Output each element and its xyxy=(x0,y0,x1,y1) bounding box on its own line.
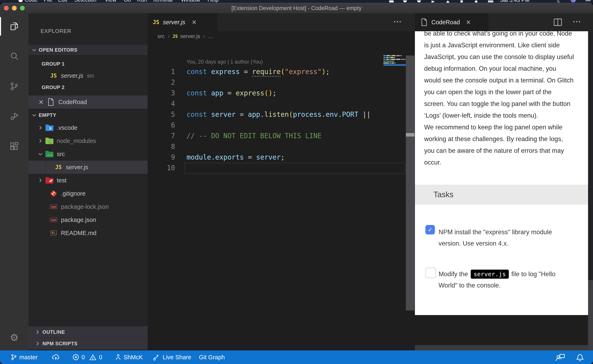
git-graph-status[interactable]: Git Graph xyxy=(199,351,225,364)
group-label: GROUP 2 xyxy=(42,84,65,90)
task-2-text: Modify the server.js file to log "Hello xyxy=(439,268,555,280)
tree-item-label: README.md xyxy=(61,230,96,236)
line-number: 10 xyxy=(148,163,175,173)
menubar-status-icon xyxy=(460,0,463,3)
code-line-8[interactable]: 8 xyxy=(148,141,403,152)
panel-actions-ellipsis-icon[interactable]: ··· xyxy=(573,18,581,26)
run-debug-icon[interactable] xyxy=(0,106,28,126)
tree-item-.gitignore[interactable]: .gitignore xyxy=(28,187,148,200)
source-control-icon[interactable] xyxy=(0,77,28,96)
tree-item-src[interactable]: </>src xyxy=(28,147,148,161)
menu-item-view[interactable]: View xyxy=(105,0,116,3)
tree-item-.vscode[interactable]: .vscode xyxy=(28,121,148,134)
webview-text-line: is just a JavaScript environment. Like c… xyxy=(424,39,583,51)
tree-item-README.md[interactable]: M↓README.md xyxy=(28,227,148,240)
extensions-icon[interactable] xyxy=(0,136,28,156)
tree-item-server.js[interactable]: JSserver.js xyxy=(28,161,148,174)
close-icon[interactable]: × xyxy=(466,18,471,26)
task-checkbox-1[interactable]: ✓ xyxy=(425,225,435,234)
menu-item-terminal[interactable]: Terminal xyxy=(152,0,173,3)
split-editor-icon[interactable] xyxy=(553,18,562,26)
code-text: // -- DO NOT EDIT BELOW THIS LINE xyxy=(187,130,322,141)
section-label: NPM SCRIPTS xyxy=(42,341,78,346)
menu-item-window[interactable]: Window xyxy=(181,0,200,3)
tab-coderoad[interactable]: CodeRoad × xyxy=(415,13,488,31)
user-status[interactable]: ShMcK xyxy=(115,351,143,364)
section-open-editors[interactable]: OPEN EDITORS xyxy=(28,45,148,55)
menubar-status-icon xyxy=(488,0,493,2)
chevron-down-icon xyxy=(31,112,37,118)
files-icon[interactable] xyxy=(0,16,28,36)
webview-scrollbar-thumb[interactable] xyxy=(588,31,593,280)
tree-item-test[interactable]: test xyxy=(28,174,148,187)
code-line-6[interactable]: 6 xyxy=(148,120,403,130)
apple-menu-icon[interactable] xyxy=(19,0,23,2)
editor-scrollbar-thumb[interactable] xyxy=(406,133,414,136)
codelens-annotation[interactable]: You, 20 days ago | 1 author (You) xyxy=(187,57,263,66)
menu-item-selection[interactable]: Selection xyxy=(74,0,96,3)
code-line-5[interactable]: 5const server = app.listen(process.env.P… xyxy=(148,109,403,120)
code-line-4[interactable]: 4 xyxy=(148,98,403,109)
task-checkbox-2[interactable] xyxy=(425,267,436,278)
spotlight-search-icon[interactable] xyxy=(556,0,561,3)
editor-group-1[interactable]: JS server.js × ··· src › JS server.js › … xyxy=(148,13,415,351)
menu-item-file[interactable]: File xyxy=(44,0,53,3)
section-outline[interactable]: OUTLINE xyxy=(28,326,148,338)
tree-item-package-lock.json[interactable]: npmpackage-lock.json xyxy=(28,200,148,213)
minimap-line xyxy=(383,57,395,58)
live-share-status[interactable]: Live Share xyxy=(153,351,191,364)
code-line-3[interactable]: 3const app = express(); xyxy=(148,88,403,98)
webview-text-line: ‘Logs’ (lower-left, inside the tools men… xyxy=(424,110,583,121)
activity-bar: ⚙ xyxy=(0,13,28,351)
git-branch-status[interactable]: master xyxy=(11,351,38,364)
code-line-2[interactable]: 2 xyxy=(148,77,403,88)
code-line-1[interactable]: 1const express = require("express"); xyxy=(148,66,403,77)
control-center-icon[interactable] xyxy=(586,0,591,3)
feedback-icon[interactable] xyxy=(555,351,566,364)
open-editor-CodeRoad[interactable]: ×CodeRoad xyxy=(28,95,148,109)
tree-item-node_modules[interactable]: JSnode_modules xyxy=(28,134,148,147)
sync-icon[interactable] xyxy=(52,351,60,364)
code-line-9[interactable]: 9module.exports = server; xyxy=(148,152,403,163)
tree-item-label: src xyxy=(57,151,65,157)
code-line-7[interactable]: 7// -- DO NOT EDIT BELOW THIS LINE xyxy=(148,130,403,141)
menu-item-edit[interactable]: Edit xyxy=(58,0,67,3)
close-icon[interactable]: × xyxy=(192,18,196,26)
minimap[interactable] xyxy=(383,55,406,72)
tab-server-js[interactable]: JS server.js × xyxy=(148,13,218,31)
close-icon[interactable]: × xyxy=(39,98,43,106)
problems-status[interactable]: 0 0 xyxy=(73,351,102,364)
menu-item-code[interactable]: Code xyxy=(25,0,38,3)
code-text: module.exports = server; xyxy=(187,152,285,163)
webview-text-line: We recommend to keep the log panel open … xyxy=(424,121,583,133)
menu-item-go[interactable]: Go xyxy=(124,0,131,3)
notifications-bell-icon[interactable] xyxy=(575,351,585,364)
webview-text-line: occur. xyxy=(424,156,583,168)
line-number: 4 xyxy=(148,98,175,109)
tab-title: server.js xyxy=(163,19,185,26)
panel-footer xyxy=(415,345,593,351)
menu-item-help[interactable]: Help xyxy=(207,0,219,3)
breadcrumb-file[interactable]: server.js xyxy=(180,33,200,39)
breadcrumb[interactable]: src › JS server.js › … xyxy=(158,31,213,41)
menubar-clock[interactable]: Sat 5:43 PM xyxy=(500,0,529,3)
section-empty-workspace[interactable]: EMPTY xyxy=(28,109,148,121)
minimap-line xyxy=(383,61,394,62)
person-icon xyxy=(115,353,121,361)
breadcrumb-symbol[interactable]: … xyxy=(208,33,213,39)
section-npm-scripts[interactable]: NPM SCRIPTS xyxy=(28,338,148,349)
editor-scrollbar-track[interactable] xyxy=(406,56,414,311)
gear-icon[interactable]: ⚙ xyxy=(0,328,28,348)
menu-item-run[interactable]: Run xyxy=(137,0,147,3)
editor-actions-ellipsis-icon[interactable]: ··· xyxy=(394,18,402,26)
tree-item-package.json[interactable]: npmpackage.json xyxy=(28,213,148,227)
siri-icon[interactable] xyxy=(571,0,576,2)
search-icon[interactable] xyxy=(0,46,28,66)
breadcrumb-src[interactable]: src xyxy=(158,33,165,39)
group-label: GROUP 1 xyxy=(42,61,65,67)
webview-text-line: working at these challenges. By reading … xyxy=(424,133,583,145)
npm-file-icon: npm xyxy=(49,215,58,224)
code-text: const server = app.listen(process.env.PO… xyxy=(187,109,371,120)
open-editor-server.js[interactable]: JSserver.jssrc xyxy=(28,69,148,82)
window-title-bar[interactable]: [Extension Development Host] - CodeRoad … xyxy=(0,3,593,13)
